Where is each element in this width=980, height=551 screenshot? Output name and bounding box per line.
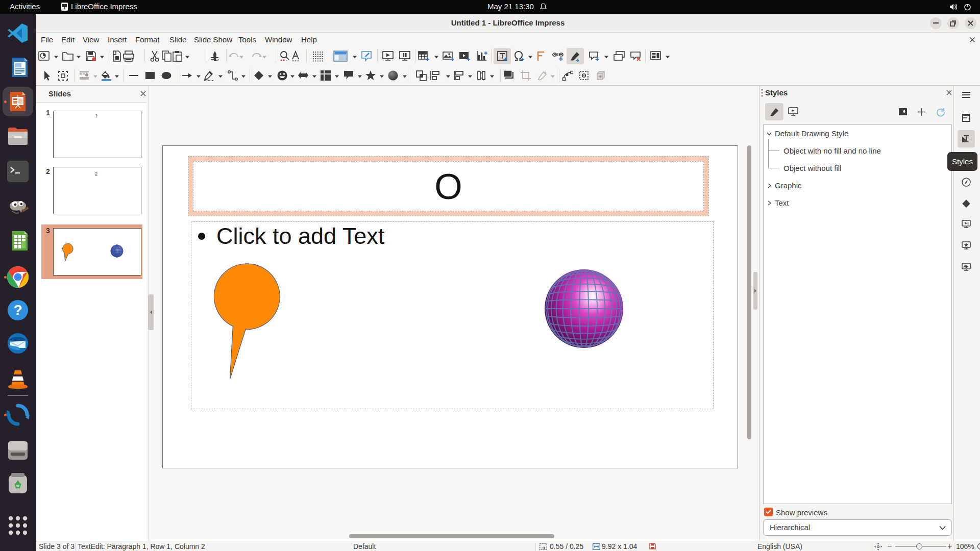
svg-text:?: ? bbox=[13, 302, 22, 318]
